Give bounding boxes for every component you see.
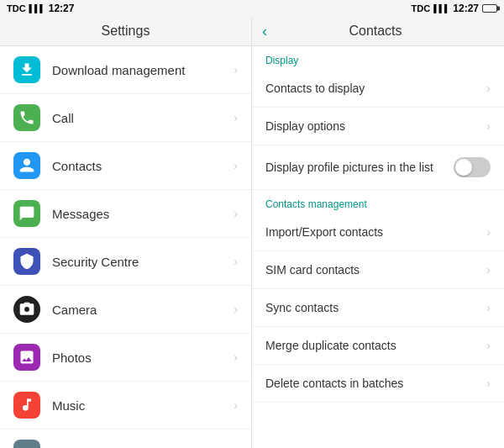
contact-item-delete-contacts[interactable]: Delete contacts in batches › bbox=[252, 365, 504, 403]
signal-right: ▌▌▌ bbox=[433, 4, 449, 13]
main-content: Settings Download management › Call › bbox=[0, 17, 504, 448]
time-right: 12:27 bbox=[453, 3, 479, 14]
chevron-right-icon: › bbox=[234, 207, 238, 220]
sidebar-item-label-download: Download management bbox=[52, 63, 234, 77]
time-left: 12:27 bbox=[49, 3, 75, 14]
section-header-display: Display bbox=[252, 46, 504, 70]
sidebar-item-photos[interactable]: Photos › bbox=[0, 334, 251, 382]
sidebar-item-download[interactable]: Download management › bbox=[0, 46, 251, 94]
chevron-right-icon: › bbox=[486, 263, 491, 277]
chevron-right-icon: › bbox=[234, 350, 238, 364]
section-header-contacts-management: Contacts management bbox=[252, 190, 504, 213]
music-icon bbox=[13, 392, 40, 419]
chevron-right-icon: › bbox=[234, 63, 238, 76]
sidebar-item-video[interactable]: Video › bbox=[0, 430, 251, 448]
contact-item-display-profile[interactable]: Display profile pictures in the list bbox=[252, 145, 504, 190]
security-icon bbox=[13, 248, 40, 275]
signal-left: ▌▌▌ bbox=[29, 4, 45, 13]
sidebar-item-label-call: Call bbox=[52, 111, 234, 125]
contact-item-label: Contacts to display bbox=[265, 82, 486, 95]
contact-item-label: Sync contacts bbox=[265, 301, 486, 314]
sidebar-item-music[interactable]: Music › bbox=[0, 382, 251, 430]
contacts-panel: ‹ Contacts Display Contacts to display ›… bbox=[252, 17, 504, 448]
carrier-left: TDC bbox=[7, 3, 26, 13]
contact-item-label: Display options bbox=[265, 119, 486, 133]
carrier-right: TDC bbox=[412, 3, 431, 13]
settings-panel: Settings Download management › Call › bbox=[0, 17, 252, 448]
sidebar-item-label-security: Security Centre bbox=[52, 255, 234, 269]
settings-list: Download management › Call › Contacts › bbox=[0, 46, 251, 448]
sidebar-item-label-music: Music bbox=[52, 398, 234, 413]
battery-icon bbox=[482, 4, 497, 13]
video-icon bbox=[13, 440, 40, 448]
messages-icon bbox=[13, 200, 40, 227]
contacts-title: Contacts bbox=[274, 24, 477, 39]
contact-item-label: Delete contacts in batches bbox=[265, 377, 486, 390]
sidebar-item-contacts[interactable]: Contacts › bbox=[0, 142, 251, 190]
status-bar-left: TDC ▌▌▌ 12:27 bbox=[0, 0, 252, 17]
sidebar-item-label-contacts: Contacts bbox=[52, 159, 234, 173]
contact-item-merge-duplicate[interactable]: Merge duplicate contacts › bbox=[252, 327, 504, 365]
chevron-right-icon: › bbox=[486, 301, 491, 314]
contact-item-import-export[interactable]: Import/Export contacts › bbox=[252, 213, 504, 251]
chevron-right-icon: › bbox=[486, 377, 491, 390]
camera-icon bbox=[13, 296, 40, 323]
contact-item-label: Display profile pictures in the list bbox=[265, 161, 454, 174]
chevron-right-icon: › bbox=[234, 159, 238, 172]
sidebar-item-security[interactable]: Security Centre › bbox=[0, 238, 251, 286]
chevron-right-icon: › bbox=[486, 339, 491, 352]
sidebar-item-label-messages: Messages bbox=[52, 207, 234, 221]
toggle-knob bbox=[455, 159, 472, 176]
download-icon bbox=[13, 56, 40, 83]
sidebar-item-label-camera: Camera bbox=[52, 303, 234, 317]
display-profile-toggle[interactable] bbox=[454, 157, 491, 177]
contact-item-label: Import/Export contacts bbox=[265, 225, 486, 239]
chevron-right-icon: › bbox=[234, 303, 238, 316]
sidebar-item-messages[interactable]: Messages › bbox=[0, 190, 251, 238]
contact-item-label: SIM card contacts bbox=[265, 263, 486, 277]
chevron-right-icon: › bbox=[486, 119, 491, 133]
contact-item-sync[interactable]: Sync contacts › bbox=[252, 289, 504, 327]
back-button[interactable]: ‹ bbox=[262, 24, 267, 39]
chevron-right-icon: › bbox=[234, 255, 238, 268]
status-bar: TDC ▌▌▌ 12:27 TDC ▌▌▌ 12:27 bbox=[0, 0, 504, 17]
chevron-right-icon: › bbox=[234, 398, 238, 412]
contact-item-display-options[interactable]: Display options › bbox=[252, 108, 504, 145]
chevron-right-icon: › bbox=[486, 225, 491, 239]
contacts-list: Display Contacts to display › Display op… bbox=[252, 46, 504, 448]
photos-icon bbox=[13, 344, 40, 371]
settings-header: Settings bbox=[0, 17, 251, 46]
sidebar-item-call[interactable]: Call › bbox=[0, 94, 251, 142]
chevron-right-icon: › bbox=[486, 82, 491, 95]
contact-item-label: Merge duplicate contacts bbox=[265, 339, 486, 352]
contacts-header: ‹ Contacts bbox=[252, 17, 504, 46]
sidebar-item-camera[interactable]: Camera › bbox=[0, 286, 251, 334]
contact-item-contacts-to-display[interactable]: Contacts to display › bbox=[252, 70, 504, 108]
status-bar-right: TDC ▌▌▌ 12:27 bbox=[252, 0, 504, 17]
contact-item-sim-card[interactable]: SIM card contacts › bbox=[252, 251, 504, 289]
chevron-right-icon: › bbox=[234, 111, 238, 124]
call-icon bbox=[13, 104, 40, 131]
sidebar-item-label-photos: Photos bbox=[52, 350, 234, 365]
contacts-icon bbox=[13, 152, 40, 179]
